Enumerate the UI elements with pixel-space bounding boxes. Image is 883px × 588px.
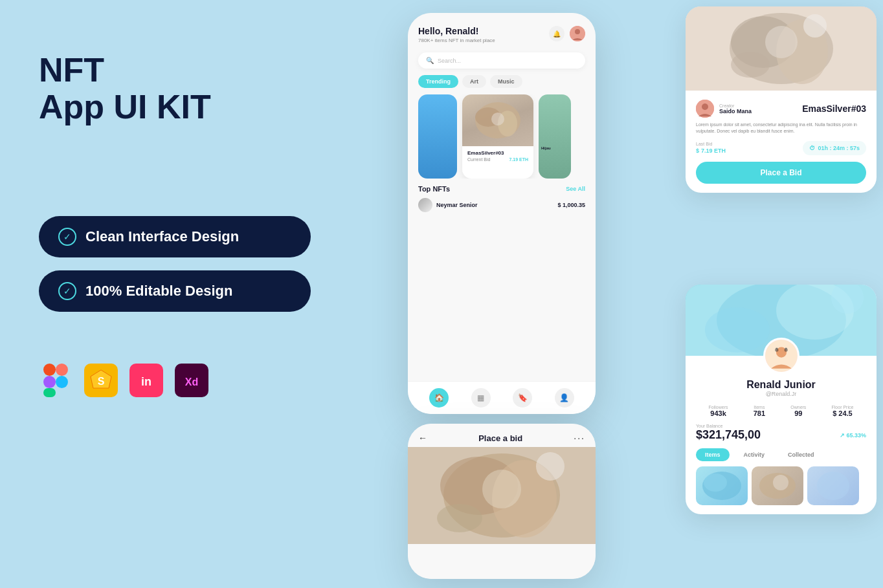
svg-point-27 [702,103,708,110]
balance-change: ↗ 65.33% [840,432,866,439]
tab-music[interactable]: Music [490,75,522,88]
top-nfts-title: Top NFTs [418,185,450,193]
svg-text:S: S [98,376,105,387]
profile-avatar [763,338,799,374]
badge-editable: ✓ 100% Editable Design [39,270,311,312]
search-bar[interactable]: 🔍 Search... [418,52,585,69]
bid-currency: $ [696,147,699,154]
bid-amount: 7.19 ETH [701,147,726,154]
nft-card-partial2[interactable]: Hijau [539,94,571,179]
tab-collected[interactable]: Collected [779,448,823,461]
stat-followers: Followers 943k [709,405,728,417]
check-icon-editable: ✓ [58,282,76,300]
badge-clean-label: Clean Interface Design [85,228,239,245]
nft-card-main[interactable]: EmasSilver#03 Current Bid 7.19 ETH [462,94,533,179]
tab-items[interactable]: Items [696,448,730,461]
balance-label: Your Balance [696,424,866,428]
feature-badges: ✓ Clean Interface Design ✓ 100% Editable… [39,216,324,312]
svg-text:Xd: Xd [185,376,198,387]
stat-owners-label: Owners [790,405,806,409]
greeting-subtitle: 780K+ items NFT in market place [418,38,495,43]
stat-items: Items 781 [754,405,765,417]
tab-activity[interactable]: Activity [735,448,774,461]
profile-name: Renald Junior [696,379,866,391]
dots-menu-icon[interactable]: ··· [574,433,585,443]
top-nft-item: Neymar Senior $ 1,000.35 [418,198,585,212]
timer-value: 01h : 24m : 57s [818,145,860,151]
bid-phone-image [408,447,596,544]
check-icon-clean: ✓ [58,228,76,246]
tool-icons: S in Xd [39,364,324,397]
svg-point-4 [56,376,68,388]
stat-followers-value: 943k [710,409,726,417]
stat-floor-label: Floor Price [832,405,854,409]
phone-main: Hello, Renald! 780K+ items NFT in market… [408,13,596,414]
nav-bookmark[interactable]: 🔖 [513,388,532,408]
timer-icon: ⏱ [809,145,815,151]
place-bid-button[interactable]: Place a Bid [696,162,866,184]
balance-section: Your Balance $321,745,00 ↗ 65.33% [696,424,866,442]
nft-detail-title: EmasSilver#03 [802,103,866,114]
stat-owners: Owners 99 [790,405,806,417]
creator-label: Creator [719,103,752,108]
svg-point-23 [765,26,798,58]
xd-icon: Xd [175,364,208,397]
sketch-icon: S [84,364,118,397]
svg-rect-38 [785,348,787,350]
greeting-text: Hello, Renald! [418,26,495,36]
balance-value: $321,745,00 [696,428,761,442]
svg-rect-3 [43,388,56,397]
bid-phone-title: Place a bid [478,433,522,443]
creator-name: Saido Mana [719,108,752,114]
nft-card-name: EmasSilver#03 [467,150,528,156]
svg-point-24 [803,14,827,38]
stat-floor: Floor Price $ 24.5 [832,405,854,417]
nft-description: Lorem ipsum dolor sit amet, consectetur … [696,122,866,135]
profile-nft-thumb-2[interactable] [752,466,803,505]
svg-point-18 [491,113,504,125]
profile-nft-thumb-3[interactable] [807,466,859,505]
nft-detail-image [686,6,877,91]
nav-grid[interactable]: ▦ [471,388,491,408]
svg-point-31 [705,307,770,353]
svg-rect-37 [776,348,778,350]
tab-trending[interactable]: Trending [418,75,458,88]
stat-items-label: Items [754,405,765,409]
svg-point-49 [536,452,564,481]
bid-price: $ 7.19 ETH [696,146,726,154]
profile-nft-thumb-1[interactable] [696,466,748,505]
see-all-link[interactable]: See All [566,186,585,192]
nft-card-partial[interactable] [418,94,457,179]
svg-point-43 [817,472,849,500]
svg-point-48 [482,470,521,508]
invision-icon: in [129,364,163,397]
arrow-up-icon: ↗ [840,432,845,439]
top-nft-price: $ 1,000.35 [557,202,585,208]
user-avatar-small[interactable] [570,26,585,41]
stat-owners-value: 99 [794,409,802,417]
svg-point-40 [704,474,727,492]
nav-profile[interactable]: 👤 [555,388,574,408]
nft-cards-row: EmasSilver#03 Current Bid 7.19 ETH Hijau [408,94,596,179]
figma-icon [39,364,73,397]
bid-label: Last Bid [696,142,726,146]
phone-bid: ← Place a bid ··· [408,424,596,579]
profile-handle: @Renald.Jr [696,391,866,397]
nav-home[interactable]: 🏠 [429,388,449,408]
auction-timer: ⏱ 01h : 24m : 57s [803,141,866,155]
search-placeholder: Search... [438,58,461,64]
svg-text:in: in [141,375,151,388]
tab-art[interactable]: Art [462,75,486,88]
stat-followers-label: Followers [709,405,728,409]
bell-icon[interactable]: 🔔 [549,26,564,41]
profile-tabs: Items Activity Collected [696,448,866,461]
svg-rect-0 [43,364,56,376]
svg-point-42 [773,475,788,490]
stat-items-value: 781 [754,409,765,417]
back-arrow-icon[interactable]: ← [418,433,427,443]
profile-banner [686,285,877,356]
phone-bottom-nav: 🏠 ▦ 🔖 👤 [408,381,596,414]
badge-clean: ✓ Clean Interface Design [39,216,311,257]
nft-card-label: Current Bid [467,157,490,162]
right-area: Hello, Renald! 780K+ items NFT in market… [363,0,883,588]
